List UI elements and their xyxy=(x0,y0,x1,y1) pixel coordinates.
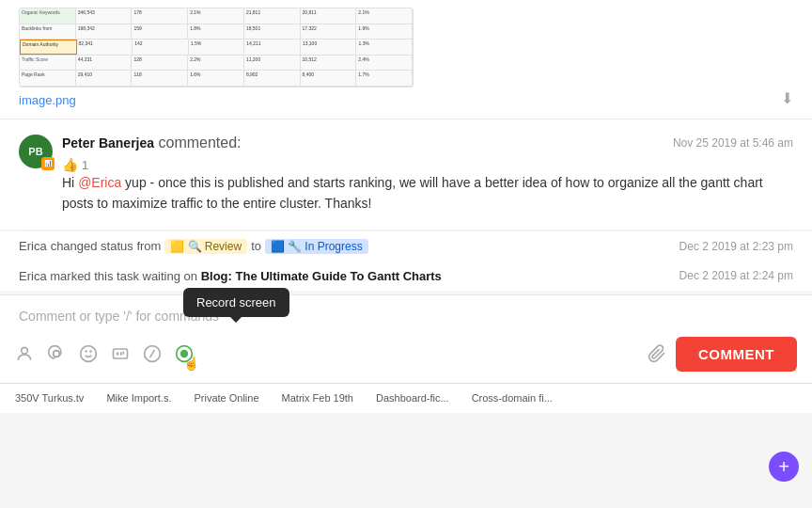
comment-text: yup - once this is published and starts … xyxy=(62,175,763,211)
to-status-badge: 🟦 🔧 In Progress xyxy=(265,239,368,254)
image-thumbnail: Organic Keywords 346,543 178 2.1% 21,811… xyxy=(19,8,414,87)
status-action: changed status from xyxy=(51,239,162,253)
status-time: Dec 2 2019 at 2:23 pm xyxy=(679,240,793,253)
bottom-tab-2[interactable]: Private Online xyxy=(186,389,266,407)
status-actor: Erica xyxy=(19,239,47,253)
float-action-button[interactable]: + xyxy=(769,452,799,482)
waiting-change-row: Erica marked this task waiting on Blog: … xyxy=(0,262,812,291)
svg-point-2 xyxy=(81,346,97,362)
waiting-action: marked this task waiting on xyxy=(50,269,200,283)
svg-line-7 xyxy=(150,350,155,357)
like-icon[interactable]: 👍 xyxy=(62,157,78,172)
svg-point-0 xyxy=(22,348,28,355)
comment-placeholder[interactable]: Comment or type '/' for commands xyxy=(0,295,812,329)
at-mention-icon[interactable] xyxy=(47,344,66,363)
avatar-badge: 📊 xyxy=(41,157,55,170)
commenter-name: Peter Banerjea xyxy=(62,135,154,151)
download-icon[interactable]: ⬇ xyxy=(781,89,793,107)
record-screen-icon[interactable]: ☝️ xyxy=(175,344,194,363)
comment-input-area: Comment or type '/' for commands Record … xyxy=(0,294,812,383)
bottom-tab-0[interactable]: 350V Turkus.tv xyxy=(8,389,91,407)
from-status-badge: 🟨 🔍 Review xyxy=(164,239,247,254)
mention-tag: @Erica xyxy=(78,175,121,190)
main-container: Organic Keywords 346,543 178 2.1% 21,811… xyxy=(0,0,812,508)
commented-label: commented: xyxy=(159,135,242,151)
record-screen-tooltip: Record screen xyxy=(183,288,289,317)
person-icon[interactable] xyxy=(15,344,34,363)
to-word: to xyxy=(251,239,261,253)
waiting-time: Dec 2 2019 at 2:24 pm xyxy=(679,269,793,282)
emoji-icon[interactable] xyxy=(79,344,98,363)
bottom-tab-1[interactable]: Mike Import.s. xyxy=(99,389,179,407)
status-change-row: Erica changed status from 🟨 🔍 Review to … xyxy=(0,231,812,262)
image-section: Organic Keywords 346,543 178 2.1% 21,811… xyxy=(0,0,812,119)
gif-icon[interactable] xyxy=(111,344,130,363)
bottom-tab-3[interactable]: Matrix Feb 19th xyxy=(274,389,361,407)
bottom-tab-5[interactable]: Cross-domain fi... xyxy=(464,389,560,407)
comment-button[interactable]: COMMENT xyxy=(676,337,797,372)
like-count: 1 xyxy=(82,158,88,172)
bottom-tab-4[interactable]: Dashboard-fic... xyxy=(368,389,457,407)
slash-command-icon[interactable] xyxy=(143,344,162,363)
comment-body: Hi @Erica yup - once this is published a… xyxy=(62,172,793,214)
image-filename-link[interactable]: image.png xyxy=(19,93,414,107)
comment-toolbar: Record screen xyxy=(0,329,812,383)
bottom-taskbar: 350V Turkus.tv Mike Import.s. Private On… xyxy=(0,383,812,413)
comment-section: PB 📊 Peter Banerjea commented: Nov 25 20… xyxy=(0,119,812,230)
avatar: PB 📊 xyxy=(19,135,53,168)
comment-time: Nov 25 2019 at 5:46 am xyxy=(673,136,793,150)
toolbar-right: COMMENT xyxy=(648,337,797,372)
waiting-link[interactable]: Blog: The Ultimate Guide To Gantt Charts xyxy=(201,269,442,283)
attachment-icon[interactable] xyxy=(648,344,666,363)
waiting-actor: Erica xyxy=(19,269,47,283)
svg-point-9 xyxy=(181,351,188,357)
toolbar-left: ☝️ xyxy=(15,344,194,363)
